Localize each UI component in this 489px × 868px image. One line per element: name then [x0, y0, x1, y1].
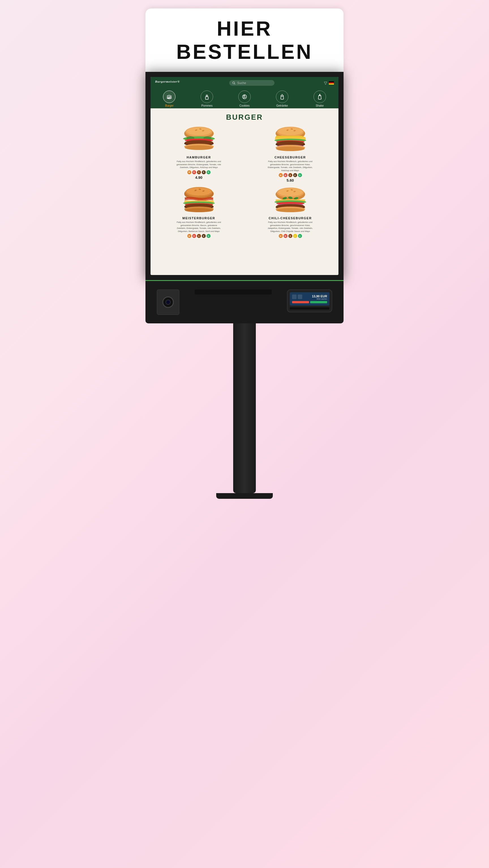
- page-wrapper: HIER BESTELLEN Burgermeister®: [0, 0, 489, 868]
- category-pommes[interactable]: Pommes: [201, 91, 213, 107]
- svg-point-17: [186, 127, 211, 135]
- cheeseburger-allergens: W M S E G: [279, 173, 302, 177]
- allergen-dot: W: [187, 234, 191, 238]
- terminal-icon-1: [292, 294, 297, 299]
- terminal-price-display: 13,90 EUR: [312, 294, 327, 298]
- category-cookies[interactable]: Cookies: [238, 91, 251, 107]
- menu-section: BURGER: [151, 108, 338, 244]
- screen-content: Burgermeister® Suche ▽: [151, 77, 338, 275]
- meisterburger-name: MEISTERBURGER: [182, 216, 215, 220]
- camera-module: [157, 289, 179, 315]
- category-getraenke-label: Getränke: [276, 104, 288, 107]
- allergen-dot: E: [293, 173, 297, 177]
- receipt-area: [185, 289, 281, 294]
- cheeseburger-price: 5.60: [287, 178, 294, 183]
- allergen-dot: G: [298, 234, 302, 238]
- terminal-confirm-btn[interactable]: [310, 301, 327, 303]
- allergen-dot: G: [207, 234, 211, 238]
- category-shake-label: Shake: [315, 104, 324, 107]
- kiosk-header-banner: HIER BESTELLEN: [146, 8, 343, 72]
- menu-item-chili-cheeseburger[interactable]: CHILI-CHEESEBURGER Patty aus frischem Ri…: [246, 186, 334, 239]
- svg-point-44: [276, 147, 305, 151]
- search-placeholder: Suche: [237, 81, 246, 85]
- hamburger-description: Patty aus frischem Rindfleisch, gebutter…: [176, 160, 221, 169]
- allergen-dot: E: [202, 234, 206, 238]
- allergen-dot: G: [298, 173, 302, 177]
- kiosk-pole: [233, 323, 256, 493]
- category-shake[interactable]: Shake: [313, 91, 326, 107]
- search-bar[interactable]: Suche: [229, 80, 275, 86]
- kiosk-base: [216, 493, 273, 499]
- menu-section-title: BURGER: [155, 113, 334, 122]
- terminal-icon-2: [298, 294, 302, 299]
- svg-point-47: [186, 188, 211, 195]
- header-right: ▽: [324, 81, 334, 85]
- language-flag-de[interactable]: [329, 81, 334, 85]
- terminal-cancel-btn[interactable]: [292, 301, 309, 303]
- search-icon: [232, 81, 236, 85]
- receipt-slot: [195, 289, 272, 294]
- svg-point-60: [278, 188, 303, 196]
- allergen-dot: W: [279, 173, 283, 177]
- svg-point-12: [244, 97, 244, 98]
- chili-cheeseburger-name: CHILI-CHEESEBURGER: [269, 216, 312, 220]
- svg-line-1: [235, 84, 236, 84]
- logo-tm: ®: [177, 80, 180, 83]
- menu-item-meisterburger[interactable]: MEISTERBURGER Patty aus frischem Rindfle…: [155, 186, 243, 239]
- category-cookies-label: Cookies: [239, 104, 250, 107]
- cookies-category-icon: [241, 93, 248, 100]
- svg-point-11: [244, 95, 245, 96]
- payment-terminal[interactable]: 13,90 EUR Bitte warten: [287, 289, 332, 312]
- burger-category-icon: [165, 93, 173, 100]
- category-getraenke-icon-wrap: [276, 91, 288, 103]
- screen-bezel: Burgermeister® Suche ▽: [146, 72, 343, 280]
- menu-item-hamburger[interactable]: HAMBURGER Patty aus frischem Rindfleisch…: [155, 126, 243, 183]
- chili-cheeseburger-svg: [271, 186, 310, 215]
- logo-text: Burgermeister: [155, 80, 177, 83]
- app-header: Burgermeister® Suche ▽: [151, 77, 338, 89]
- svg-point-9: [243, 96, 244, 96]
- allergen-dot: E: [293, 234, 297, 238]
- filter-icon[interactable]: ▽: [324, 81, 327, 85]
- menu-grid: HAMBURGER Patty aus frischem Rindfleisch…: [155, 126, 334, 239]
- chili-cheeseburger-image: [271, 186, 310, 215]
- category-navigation: Burger Pommes: [151, 89, 338, 108]
- kiosk-body-inner: 13,90 EUR Bitte warten: [151, 287, 338, 318]
- allergen-dot: M: [192, 170, 196, 174]
- chili-cheeseburger-allergens: W M S E G: [279, 234, 302, 238]
- allergen-dot: E: [202, 170, 206, 174]
- cheeseburger-svg: [271, 126, 310, 154]
- hamburger-name: HAMBURGER: [186, 156, 211, 159]
- hamburger-image: [179, 126, 219, 154]
- allergen-dot: M: [192, 234, 196, 238]
- category-burger-icon-wrap: [163, 91, 176, 103]
- cheeseburger-image: [271, 126, 310, 154]
- hamburger-svg: [179, 126, 219, 154]
- allergen-dot: M: [283, 234, 287, 238]
- svg-point-10: [245, 97, 245, 97]
- kiosk-body: 13,90 EUR Bitte warten: [146, 281, 343, 323]
- allergen-dot: W: [279, 234, 283, 238]
- menu-item-cheeseburger[interactable]: CHEESEBURGER Patty aus frischem Rindflei…: [246, 126, 334, 183]
- shake-category-icon: [316, 93, 324, 100]
- camera-lens: [162, 297, 174, 308]
- allergen-dot: S: [288, 173, 292, 177]
- category-pommes-icon-wrap: [201, 91, 213, 103]
- svg-point-29: [185, 146, 213, 150]
- category-cookies-icon-wrap: [238, 91, 251, 103]
- meisterburger-allergens: W M S E G: [187, 234, 211, 238]
- terminal-screen: 13,90 EUR Bitte warten: [290, 292, 329, 306]
- app-ui: Burgermeister® Suche ▽: [151, 77, 338, 275]
- category-pommes-label: Pommes: [201, 104, 212, 107]
- getraenke-category-icon: [278, 93, 286, 100]
- meisterburger-svg: [179, 186, 219, 215]
- camera-inner: [165, 300, 171, 305]
- meisterburger-description: Patty aus frischem Rindfleisch, gebutter…: [176, 221, 221, 233]
- pommes-category-icon: [203, 93, 211, 100]
- category-getraenke[interactable]: Getränke: [276, 91, 288, 107]
- meisterburger-image: [179, 186, 219, 215]
- allergen-dot: S: [288, 234, 292, 238]
- kiosk-header-title: HIER BESTELLEN: [157, 17, 332, 63]
- svg-rect-4: [206, 97, 208, 99]
- category-burger[interactable]: Burger: [163, 91, 176, 107]
